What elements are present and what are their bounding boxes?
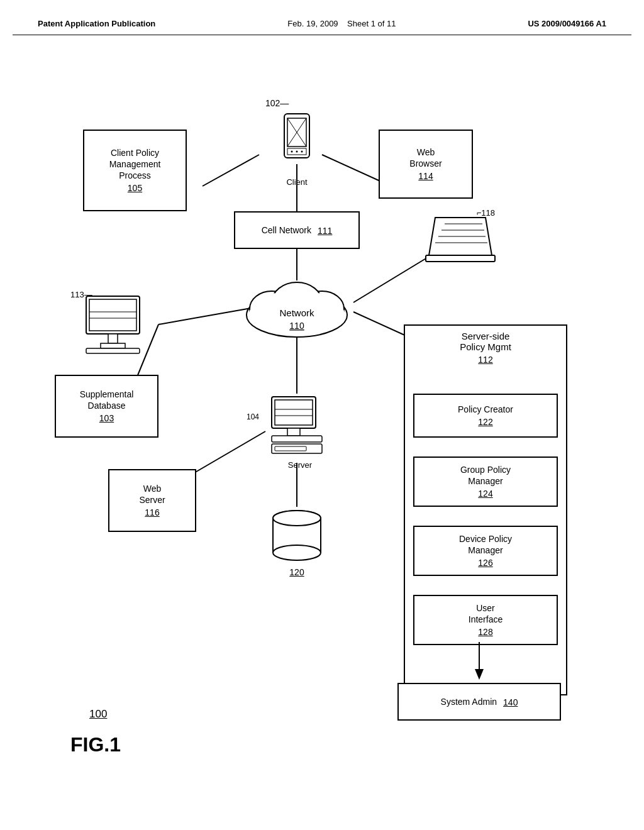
- svg-line-7: [190, 431, 265, 475]
- cell-network-ref: 111: [318, 225, 332, 236]
- ref-113: 113—: [70, 290, 92, 299]
- svg-point-56: [273, 545, 321, 560]
- svg-rect-35: [86, 348, 140, 353]
- server-104-icon: Server 104: [259, 394, 341, 470]
- ref-120: 120: [259, 567, 335, 577]
- laptop-118-icon: ⌐118: [423, 211, 498, 275]
- svg-line-2: [203, 155, 259, 186]
- supplemental-db-ref: 103: [99, 412, 114, 424]
- group-policy-label: Group PolicyManager: [460, 464, 511, 487]
- client-policy-label: Client PolicyManagementProcess: [109, 147, 161, 182]
- svg-rect-43: [426, 255, 495, 262]
- client-label: Client: [265, 177, 328, 187]
- svg-point-57: [273, 511, 321, 526]
- svg-point-18: [291, 151, 293, 153]
- cell-network-box: Cell Network 111: [234, 211, 360, 249]
- svg-point-19: [296, 151, 298, 153]
- client-policy-ref: 105: [128, 182, 142, 194]
- policy-creator-label: Policy Creator: [458, 404, 513, 415]
- group-policy-ref: 124: [478, 488, 492, 499]
- device-policy-label: Device PolicyManager: [459, 533, 512, 556]
- cell-network-label: Cell Network: [262, 224, 311, 236]
- group-policy-box: Group PolicyManager 124: [413, 456, 558, 507]
- device-policy-box: Device PolicyManager 126: [413, 526, 558, 576]
- web-server-label: WebServer: [139, 483, 165, 506]
- server-side-label: Server-sidePolicy Mgmt: [410, 331, 561, 352]
- svg-point-20: [301, 151, 303, 153]
- system-admin-label: System Admin: [441, 696, 497, 707]
- monitor-113-icon: 113—: [80, 293, 155, 365]
- system-admin-box: System Admin 140: [397, 683, 561, 721]
- web-browser-box: WebBrowser 114: [379, 130, 473, 199]
- policy-creator-ref: 122: [478, 416, 492, 428]
- svg-rect-45: [275, 400, 313, 425]
- web-browser-ref: 114: [418, 170, 433, 182]
- supplemental-db-box: SupplementalDatabase 103: [55, 375, 158, 438]
- header-center: Feb. 19, 2009 Sheet 1 of 11: [287, 19, 396, 28]
- user-interface-ref: 128: [478, 626, 492, 638]
- system-admin-ref: 140: [503, 697, 518, 708]
- network-cloud: Network 110: [234, 271, 360, 340]
- diagram: Client 102— Client PolicyManagementProce…: [20, 42, 624, 796]
- svg-rect-34: [101, 343, 125, 348]
- db-120-icon: 120: [259, 507, 335, 577]
- ref-100: 100: [89, 708, 107, 721]
- server-side-label-area: Server-sidePolicy Mgmt 112: [410, 331, 561, 365]
- header-date: Feb. 19, 2009: [287, 19, 338, 28]
- svg-text:110: 110: [289, 321, 304, 331]
- ref-104: 104: [247, 412, 259, 421]
- header-right: US 2009/0049166 A1: [528, 19, 606, 28]
- page-header: Patent Application Publication Feb. 19, …: [13, 13, 631, 35]
- supplemental-db-label: SupplementalDatabase: [80, 389, 134, 411]
- user-interface-label: UserInterface: [469, 602, 502, 625]
- svg-rect-51: [275, 446, 306, 451]
- ref-118: ⌐118: [477, 208, 495, 218]
- client-policy-box: Client PolicyManagementProcess 105: [83, 130, 187, 211]
- svg-rect-33: [108, 334, 118, 343]
- device-policy-ref: 126: [478, 557, 492, 568]
- server-side-ref: 112: [410, 355, 561, 365]
- ref-102: 102—: [265, 98, 289, 108]
- svg-rect-48: [287, 428, 300, 436]
- web-browser-label: WebBrowser: [409, 147, 441, 169]
- web-server-box: WebServer 116: [108, 469, 196, 532]
- policy-creator-box: Policy Creator 122: [413, 394, 558, 438]
- svg-marker-59: [475, 669, 484, 680]
- header-left: Patent Application Publication: [38, 19, 155, 28]
- svg-rect-49: [272, 436, 322, 442]
- user-interface-box: UserInterface 128: [413, 595, 558, 645]
- server-label: Server: [259, 460, 341, 470]
- svg-text:Network: Network: [279, 307, 314, 318]
- svg-rect-32: [89, 299, 136, 331]
- web-server-ref: 116: [145, 507, 159, 518]
- fig-label: FIG.1: [70, 733, 121, 756]
- client-device-icon: Client: [265, 111, 328, 187]
- header-sheet: Sheet 1 of 11: [347, 19, 396, 28]
